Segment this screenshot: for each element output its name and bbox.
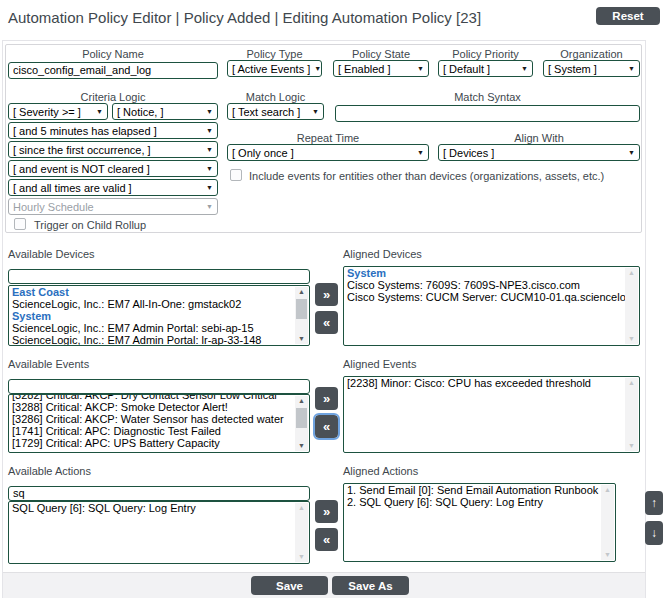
chevron-down-icon: ▼ — [206, 184, 213, 191]
list-item[interactable]: 2. SQL Query [6]: SQL Query: Log Entry — [344, 496, 601, 508]
scrollbar-up-icon[interactable]: ▲ — [295, 396, 308, 406]
list-item[interactable]: Cisco Systems: CUCM Server: CUCM10-01.qa… — [344, 291, 625, 303]
reset-button[interactable]: Reset — [596, 7, 660, 25]
scrollbar-down-icon[interactable]: ▼ — [295, 334, 308, 344]
policy-priority-value: [ Default ] — [443, 63, 490, 75]
scrollbar: ▲ ▼ — [625, 378, 638, 451]
match-syntax-label: Match Syntax — [335, 91, 640, 103]
organization-value: [ System ] — [548, 63, 597, 75]
trigger-rollup-checkbox[interactable] — [14, 218, 26, 230]
chevron-down-icon: ▼ — [314, 65, 321, 72]
include-events-checkbox[interactable] — [230, 169, 242, 181]
chevron-down-icon: ▼ — [96, 108, 103, 115]
chevron-down-icon: ▼ — [417, 149, 424, 156]
available-events-search-input[interactable] — [8, 379, 310, 394]
chevron-down-icon: ▼ — [206, 165, 213, 172]
list-item[interactable]: East Coast — [9, 286, 295, 298]
scrollbar: ▲ ▼ — [295, 503, 308, 562]
scrollbar-down-icon[interactable]: ▼ — [295, 441, 308, 451]
list-item[interactable]: [3288] Critical: AKCP: Smoke Detector Al… — [9, 401, 295, 413]
scrollbar-up-icon[interactable]: ▲ — [601, 485, 614, 495]
repeat-time-label: Repeat Time — [227, 132, 429, 144]
policy-state-value: [ Enabled ] — [338, 63, 391, 75]
devices-move-right-button[interactable]: » — [315, 283, 338, 306]
save-as-button[interactable]: Save As — [332, 576, 409, 595]
align-with-select[interactable]: [ Devices ] ▼ — [438, 144, 640, 161]
list-item[interactable]: SQL Query [6]: SQL Query: Log Entry — [9, 502, 295, 514]
organization-select[interactable]: [ System ] ▼ — [543, 60, 640, 77]
aligned-actions-list: 1. Send Email [0]: Send Email Automation… — [343, 483, 616, 562]
save-button[interactable]: Save — [251, 576, 328, 595]
scrollbar-track — [601, 495, 614, 550]
list-item[interactable]: System — [344, 267, 625, 279]
list-item[interactable]: [1741] Critical: APC: Diagnostic Test Fa… — [9, 425, 295, 437]
scrollbar-down-icon[interactable]: ▼ — [295, 552, 308, 562]
actions-move-right-button[interactable]: » — [315, 500, 338, 523]
criteria-severity-value-value: [ Notice, ] — [117, 106, 163, 118]
policy-name-input[interactable] — [8, 62, 218, 79]
scrollbar-thumb[interactable] — [296, 408, 307, 428]
available-events-list: [3282] Critical: AKCP: Dry Contact Senso… — [8, 394, 310, 453]
policy-priority-select[interactable]: [ Default ] ▼ — [438, 60, 533, 77]
list-item[interactable]: [3282] Critical: AKCP: Dry Contact Senso… — [9, 394, 295, 401]
criteria-logic-label: Criteria Logic — [8, 91, 218, 103]
scrollbar-up-icon[interactable]: ▲ — [295, 503, 308, 513]
match-syntax-input[interactable] — [335, 105, 640, 122]
actions-move-up-button[interactable]: ↑ — [645, 491, 663, 515]
actions-move-down-button[interactable]: ↓ — [645, 521, 663, 545]
list-item[interactable]: [2238] Minor: Cisco: CPU has exceeded th… — [344, 377, 625, 389]
scrollbar-track — [295, 297, 308, 334]
available-devices-list: East CoastScienceLogic, Inc.: EM7 All-In… — [8, 285, 310, 346]
policy-name-label: Policy Name — [8, 48, 218, 60]
scrollbar: ▲ ▼ — [295, 287, 308, 344]
repeat-time-select[interactable]: [ Only once ] ▼ — [227, 144, 429, 161]
scrollbar-up-icon[interactable]: ▲ — [295, 287, 308, 297]
events-move-left-button[interactable]: « — [315, 415, 338, 438]
policy-type-value: [ Active Events ] — [232, 63, 310, 75]
chevron-down-icon: ▼ — [206, 108, 213, 115]
events-move-right-button[interactable]: » — [315, 387, 338, 410]
criteria-occurrence-select[interactable]: [ since the first occurrence, ] ▼ — [8, 141, 218, 158]
list-item[interactable]: ScienceLogic, Inc.: EM7 All-In-One: gmst… — [9, 298, 295, 310]
scrollbar: ▲ ▼ — [625, 268, 638, 344]
scrollbar-thumb[interactable] — [296, 299, 307, 319]
policy-state-select[interactable]: [ Enabled ] ▼ — [333, 60, 429, 77]
criteria-schedule-select: Hourly Schedule ▼ — [8, 198, 218, 215]
list-item[interactable]: [3286] Critical: AKCP: Water Sensor has … — [9, 413, 295, 425]
match-logic-select[interactable]: [ Text search ] ▼ — [227, 103, 324, 120]
available-actions-search-input[interactable] — [8, 486, 310, 501]
scrollbar-down-icon[interactable]: ▼ — [625, 441, 638, 451]
actions-move-left-button[interactable]: « — [315, 528, 338, 551]
list-item[interactable]: 1. Send Email [0]: Send Email Automation… — [344, 484, 601, 496]
scrollbar-up-icon[interactable]: ▲ — [625, 268, 638, 278]
scrollbar-track — [295, 513, 308, 552]
available-events-label: Available Events — [8, 358, 89, 370]
list-item[interactable]: Cisco Systems: 7609S: 7609S-NPE3.cisco.c… — [344, 279, 625, 291]
list-item[interactable]: [1729] Critical: APC: UPS Battery Capaci… — [9, 437, 295, 449]
list-item[interactable]: ScienceLogic, Inc.: EM7 Admin Portal: se… — [9, 322, 295, 334]
criteria-elapsed-select[interactable]: [ and 5 minutes has elapsed ] ▼ — [8, 122, 218, 139]
criteria-cleared-value: [ and event is NOT cleared ] — [13, 163, 150, 175]
chevron-down-icon: ▼ — [628, 65, 635, 72]
list-item[interactable]: ScienceLogic, Inc.: EM7 Admin Portal: lr… — [9, 334, 295, 346]
devices-move-left-button[interactable]: « — [315, 311, 338, 334]
scrollbar-down-icon[interactable]: ▼ — [601, 550, 614, 560]
scrollbar-up-icon[interactable]: ▲ — [625, 378, 638, 388]
policy-type-select[interactable]: [ Active Events ] ▼ — [227, 60, 322, 77]
criteria-severity-select[interactable]: [ Severity >= ] ▼ — [8, 103, 108, 120]
scrollbar-track — [295, 406, 308, 441]
available-devices-label: Available Devices — [8, 248, 95, 260]
available-devices-search-input[interactable] — [8, 269, 310, 284]
criteria-times-select[interactable]: [ and all times are valid ] ▼ — [8, 179, 218, 196]
chevron-down-icon: ▼ — [521, 65, 528, 72]
policy-priority-label: Policy Priority — [438, 48, 533, 60]
criteria-severity-value-select[interactable]: [ Notice, ] ▼ — [112, 103, 218, 120]
scrollbar-down-icon[interactable]: ▼ — [625, 334, 638, 344]
scrollbar: ▲ ▼ — [295, 396, 308, 451]
criteria-schedule-value: Hourly Schedule — [13, 201, 94, 213]
aligned-events-label: Aligned Events — [343, 358, 416, 370]
criteria-cleared-select[interactable]: [ and event is NOT cleared ] ▼ — [8, 160, 218, 177]
list-item[interactable]: System — [9, 310, 295, 322]
policy-state-label: Policy State — [333, 48, 429, 60]
criteria-elapsed-value: [ and 5 minutes has elapsed ] — [13, 125, 157, 137]
